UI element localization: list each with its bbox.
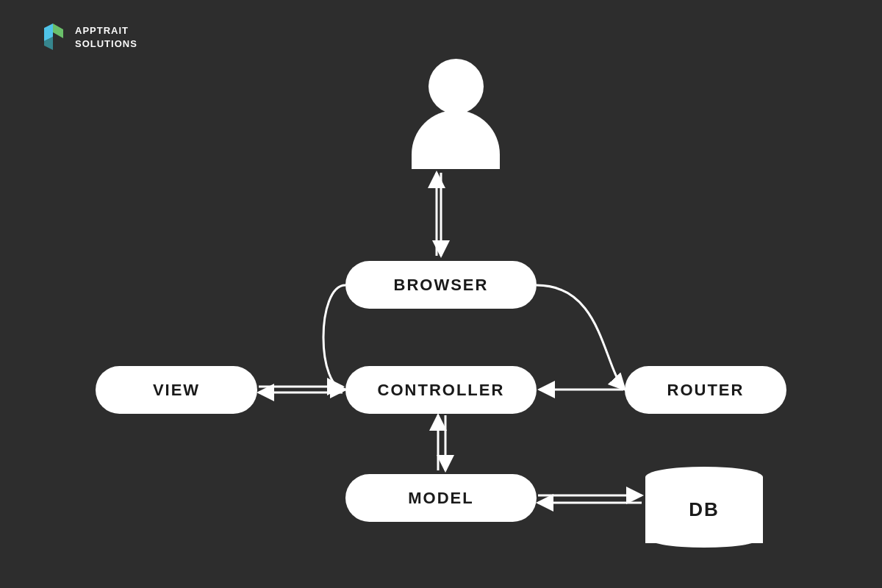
controller-node: CONTROLLER xyxy=(345,366,537,414)
router-node: ROUTER xyxy=(625,366,786,414)
svg-marker-2 xyxy=(53,24,63,38)
model-node: MODEL xyxy=(345,474,537,522)
view-node: VIEW xyxy=(96,366,257,414)
logo-icon xyxy=(37,22,68,53)
logo-text: APPTRAIT SOLUTIONS xyxy=(75,24,137,51)
user-body xyxy=(412,110,500,169)
user-head xyxy=(429,59,484,114)
browser-node: BROWSER xyxy=(345,261,537,309)
db-label: DB xyxy=(645,469,763,550)
logo: APPTRAIT SOLUTIONS xyxy=(37,22,137,53)
user-icon xyxy=(412,44,500,169)
